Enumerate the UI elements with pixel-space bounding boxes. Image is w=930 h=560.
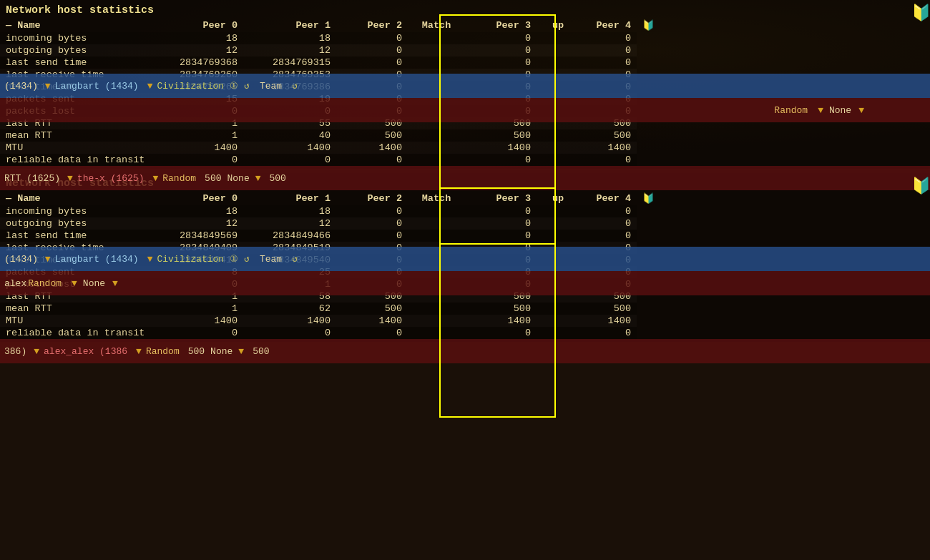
table-row: mean RTT162500500500 [0, 303, 930, 315]
alexalex-arrow2[interactable]: ▼ [136, 346, 142, 357]
p2-player-id-label: (1434) [4, 254, 38, 265]
alexalex-none: None [210, 346, 232, 357]
p2-player-dropdown-arrow1[interactable]: ▼ [45, 254, 51, 265]
panel2-header-row: — Name Peer 0 Peer 1 Peer 2 Match Peer 3… [0, 192, 930, 205]
col-header-sup: up [537, 19, 579, 32]
p2-player-row-random[interactable]: alex Random ▼ None ▼ [0, 271, 930, 295]
none-label: None [829, 105, 851, 116]
right-ornament-1: 🔰 [912, 0, 930, 169]
right-ornament-2: 🔰 [912, 173, 930, 342]
p2-player-name-langbart: Langbart (1434) [55, 254, 139, 265]
table-row: last send time28347693682834769315000 [0, 57, 930, 69]
thex-500-1: 500 [205, 173, 221, 184]
p2-col-header-extra: 🔰 [637, 192, 930, 205]
panel1-title: Network host statistics [0, 3, 930, 19]
p2-col-header-peer4: Peer 4 [579, 192, 637, 205]
alexalex-500-2: 500 [253, 346, 269, 357]
p2-none-label: None [83, 278, 105, 289]
col-header-match: Match [408, 19, 465, 32]
col-header-peer1: Peer 1 [243, 19, 336, 32]
thex-none: None [227, 173, 249, 184]
p2-random-dropdown-arrow[interactable]: ▼ [72, 278, 77, 289]
col-header-name: — Name [0, 19, 157, 32]
thex-name: the-x (1625) [77, 173, 145, 184]
p2-col-header-sup: up [537, 192, 579, 205]
col-header-peer0: Peer 0 [157, 19, 243, 32]
alexalex-id: 386) [4, 346, 26, 357]
table-row: outgoing bytes1212000 [0, 217, 930, 230]
table-row: incoming bytes1818000 [0, 205, 930, 217]
player-row-langbart[interactable]: (1434) ▼ Langbart (1434) ▼ Civilization … [0, 74, 930, 98]
p2-col-header-match: Match [408, 192, 465, 205]
table-row: mean RTT140500500500 [0, 129, 930, 142]
player-dropdown-arrow1[interactable]: ▼ [45, 81, 51, 92]
col-header-extra: 🔰 [637, 19, 930, 32]
thex-id: RTT (1625) [4, 173, 60, 184]
player-civ-label: Civilization [157, 81, 224, 92]
p2-col-header-name: — Name [0, 192, 157, 205]
p2-team-label: Team [260, 254, 282, 265]
thex-arrow3[interactable]: ▼ [255, 173, 261, 184]
panel2: Network host statistics — Name Peer 0 Pe… [0, 173, 930, 342]
thex-random: Random [162, 173, 196, 184]
thex-arrow2[interactable]: ▼ [152, 173, 158, 184]
p2-player-row-alexalex[interactable]: 386) ▼ alex_alex (1386 ▼ Random 500 None… [0, 339, 930, 363]
alexalex-arrow1[interactable]: ▼ [34, 346, 39, 357]
table-row: incoming bytes1818000 [0, 32, 930, 44]
panel1-stats-container: Network host statistics — Name Peer 0 Pe… [0, 0, 930, 169]
alexalex-arrow3[interactable]: ▼ [238, 346, 244, 357]
table-row: reliable data in transit00000 [0, 154, 930, 166]
p2-col-header-peer1: Peer 1 [243, 192, 336, 205]
player-dropdown-arrow2[interactable]: ▼ [147, 81, 153, 92]
panel2-stats-container: Network host statistics — Name Peer 0 Pe… [0, 173, 930, 342]
none-dropdown-arrow[interactable]: ▼ [858, 105, 864, 116]
p2-none-dropdown-arrow[interactable]: ▼ [112, 278, 118, 289]
p2-civ-info-icon: ① [230, 253, 238, 265]
table-row: MTU14001400140014001400 [0, 315, 930, 327]
col-header-peer2: Peer 2 [336, 19, 408, 32]
team-refresh-icon[interactable]: ↺ [292, 80, 298, 92]
p2-team-refresh-icon[interactable]: ↺ [292, 253, 298, 265]
civ-info-icon: ① [230, 80, 238, 92]
p2-alex-label: alex [4, 278, 26, 289]
p2-col-header-peer2: Peer 2 [336, 192, 408, 205]
p2-player-dropdown-arrow2[interactable]: ▼ [147, 254, 153, 265]
panel1-header-row: — Name Peer 0 Peer 1 Peer 2 Match Peer 3… [0, 19, 930, 32]
table-row: outgoing bytes1212000 [0, 44, 930, 57]
p2-player-civ-label: Civilization [157, 254, 224, 265]
alexalex-500-1: 500 [188, 346, 205, 357]
p2-player-row-langbart[interactable]: (1434) ▼ Langbart (1434) ▼ Civilization … [0, 247, 930, 271]
p2-random-label: Random [28, 278, 62, 289]
thex-arrow1[interactable]: ▼ [67, 173, 73, 184]
p2-col-header-peer0: Peer 0 [157, 192, 243, 205]
panel1: Network host statistics — Name Peer 0 Pe… [0, 0, 930, 169]
col-header-peer4: Peer 4 [579, 19, 637, 32]
p2-civ-refresh-icon[interactable]: ↺ [244, 253, 250, 265]
random-dropdown-arrow[interactable]: ▼ [818, 105, 823, 116]
table-row: reliable data in transit00000 [0, 327, 930, 339]
team-label: Team [260, 81, 282, 92]
table-row: MTU14001400140014001400 [0, 142, 930, 154]
random-label: Random [774, 105, 808, 116]
player-row-random[interactable]: Random ▼ None ▼ [0, 98, 930, 122]
alexalex-random: Random [146, 346, 180, 357]
p2-col-header-peer3: Peer 3 [465, 192, 537, 205]
player-id-label: (1434) [4, 81, 38, 92]
table-row: last send time28348495692834849466000 [0, 230, 930, 242]
col-header-peer3: Peer 3 [465, 19, 537, 32]
player-row-thex[interactable]: RTT (1625) ▼ the-x (1625) ▼ Random 500 N… [0, 166, 930, 190]
thex-500-2: 500 [270, 173, 286, 184]
player-name-langbart: Langbart (1434) [55, 81, 139, 92]
alexalex-name: alex_alex (1386 [44, 346, 127, 357]
civ-refresh-icon[interactable]: ↺ [244, 80, 250, 92]
